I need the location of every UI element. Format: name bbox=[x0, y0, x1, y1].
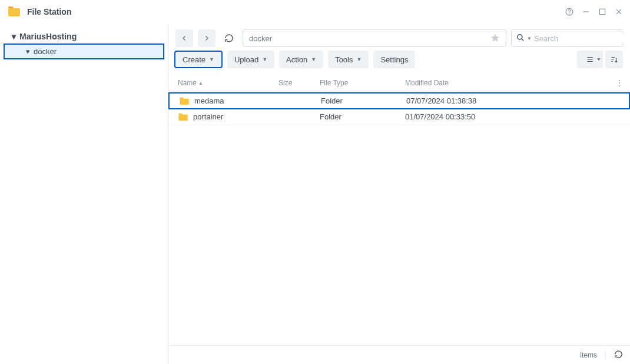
table-row[interactable]: medamaFolder07/07/2024 01:38:38 bbox=[168, 92, 630, 109]
maximize-icon[interactable] bbox=[598, 8, 606, 16]
tools-button[interactable]: Tools▼ bbox=[328, 51, 369, 68]
divider bbox=[605, 350, 606, 360]
action-toolbar: Create▼ Upload▼ Action▼ Tools▼ Settings bbox=[168, 51, 630, 74]
minimize-icon[interactable] bbox=[582, 8, 590, 16]
svg-rect-2 bbox=[583, 11, 588, 12]
row-name: portainer bbox=[193, 112, 223, 121]
table-row[interactable]: portainerFolder01/07/2024 00:33:50 bbox=[168, 109, 630, 125]
row-type: Folder bbox=[321, 96, 406, 105]
tree-item-label: docker bbox=[34, 47, 57, 56]
close-icon[interactable] bbox=[615, 8, 623, 16]
col-header-size[interactable]: Size bbox=[278, 79, 320, 87]
tree-root[interactable]: ▾ MariusHosting bbox=[0, 29, 168, 44]
row-name: medama bbox=[194, 96, 224, 105]
forward-button[interactable] bbox=[198, 29, 215, 47]
col-header-name[interactable]: Name▲ bbox=[175, 79, 278, 87]
search-icon bbox=[516, 34, 525, 44]
settings-button[interactable]: Settings bbox=[373, 51, 415, 68]
refresh-status-button[interactable] bbox=[614, 350, 623, 360]
chevron-down-icon: ▾ bbox=[26, 47, 30, 56]
app-folder-icon bbox=[7, 5, 21, 19]
table-header: Name▲ Size File Type Modified Date ⋮ bbox=[168, 74, 630, 92]
sidebar: ▾ MariusHosting ▾ docker bbox=[0, 24, 168, 364]
sort-asc-icon: ▲ bbox=[198, 81, 203, 86]
svg-point-4 bbox=[518, 34, 522, 39]
col-header-modified[interactable]: Modified Date bbox=[405, 79, 611, 87]
refresh-button[interactable] bbox=[220, 29, 238, 47]
col-more-icon[interactable]: ⋮ bbox=[611, 79, 623, 87]
folder-icon bbox=[178, 113, 188, 121]
search-input[interactable] bbox=[534, 34, 630, 43]
action-button[interactable]: Action▼ bbox=[279, 51, 323, 68]
upload-button[interactable]: Upload▼ bbox=[227, 51, 274, 68]
create-button[interactable]: Create▼ bbox=[174, 51, 223, 68]
chevron-down-icon: ▼ bbox=[527, 36, 532, 41]
chevron-down-icon: ▾ bbox=[12, 32, 16, 41]
star-icon[interactable] bbox=[490, 33, 500, 44]
svg-rect-3 bbox=[599, 9, 605, 14]
row-type: Folder bbox=[320, 112, 405, 121]
sort-button[interactable] bbox=[605, 51, 623, 68]
search-box[interactable]: ▼ bbox=[511, 29, 623, 47]
row-modified: 01/07/2024 00:33:50 bbox=[405, 112, 611, 121]
breadcrumb[interactable]: docker bbox=[243, 29, 506, 47]
nav-toolbar: docker ▼ bbox=[168, 24, 630, 51]
app-title: File Station bbox=[27, 7, 565, 16]
help-icon[interactable] bbox=[565, 8, 573, 16]
back-button[interactable] bbox=[175, 29, 193, 47]
titlebar: File Station bbox=[0, 0, 630, 24]
folder-icon bbox=[179, 97, 190, 105]
statusbar: items bbox=[168, 345, 630, 364]
col-header-type[interactable]: File Type bbox=[320, 79, 405, 87]
tree-root-label: MariusHosting bbox=[19, 32, 77, 41]
table-body: medamaFolder07/07/2024 01:38:38portainer… bbox=[168, 92, 630, 345]
breadcrumb-path: docker bbox=[249, 34, 272, 43]
svg-point-1 bbox=[569, 14, 570, 14]
view-mode-button[interactable] bbox=[577, 51, 603, 68]
tree-item-docker[interactable]: ▾ docker bbox=[4, 44, 164, 59]
status-items: items bbox=[580, 351, 597, 359]
row-modified: 07/07/2024 01:38:38 bbox=[406, 96, 610, 105]
